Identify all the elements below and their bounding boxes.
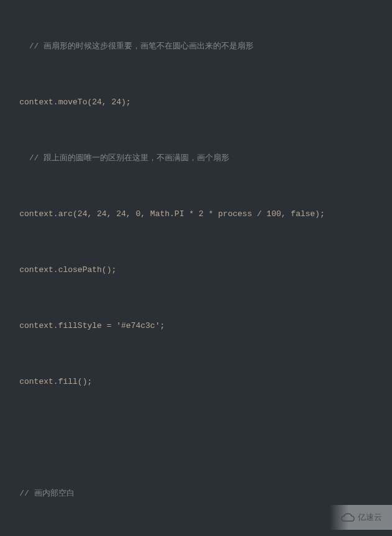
comment-text: // 画内部空白 bbox=[19, 489, 74, 498]
code-text: context.closePath(); bbox=[19, 265, 116, 275]
cloud-icon bbox=[340, 512, 355, 522]
comment-text: // 画扇形的时候这步很重要，画笔不在圆心画出来的不是扇形 bbox=[29, 42, 253, 51]
code-line: context.closePath(); bbox=[0, 261, 392, 279]
code-line: // 画扇形的时候这步很重要，画笔不在圆心画出来的不是扇形 bbox=[0, 37, 392, 56]
blank-line bbox=[0, 429, 392, 447]
code-line: // 跟上面的圆唯一的区别在这里，不画满圆，画个扇形 bbox=[0, 149, 392, 168]
code-line: // 画内部空白 bbox=[0, 484, 392, 503]
code-text: context.fill(); bbox=[19, 377, 92, 386]
watermark: 亿速云 bbox=[330, 505, 392, 530]
code-line: context.fill(); bbox=[0, 373, 392, 391]
code-line: context.arc(24, 24, 24, 0, Math.PI * 2 *… bbox=[0, 205, 392, 224]
code-block: // 画扇形的时候这步很重要，画笔不在圆心画出来的不是扇形 context.mo… bbox=[0, 0, 392, 536]
comment-text: // 跟上面的圆唯一的区别在这里，不画满圆，画个扇形 bbox=[29, 153, 229, 163]
watermark-text: 亿速云 bbox=[358, 508, 382, 527]
code-text: context.fillStyle = '#e74c3c'; bbox=[19, 321, 165, 330]
code-text: context.arc(24, 24, 24, 0, Math.PI * 2 *… bbox=[19, 209, 324, 219]
code-line: context.moveTo(24, 24); bbox=[0, 93, 392, 112]
code-text: context.moveTo(24, 24); bbox=[19, 98, 130, 107]
code-line: context.fillStyle = '#e74c3c'; bbox=[0, 317, 392, 335]
